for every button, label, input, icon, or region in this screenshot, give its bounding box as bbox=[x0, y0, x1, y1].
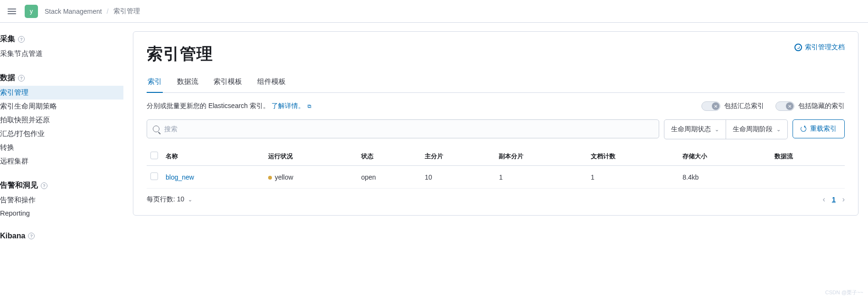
toggle-hidden-indices[interactable]: ✕ bbox=[775, 101, 794, 111]
table-row: blog_new yellow open 10 1 1 8.4kb bbox=[147, 166, 845, 189]
help-icon[interactable]: ? bbox=[28, 233, 35, 239]
docs-link[interactable]: 索引管理文档 bbox=[794, 43, 845, 52]
tab[interactable]: 组件模板 bbox=[256, 77, 287, 93]
search-box[interactable] bbox=[147, 119, 659, 138]
reload-label: 重载索引 bbox=[810, 125, 837, 133]
column-header[interactable]: 状态 bbox=[357, 147, 421, 166]
docs-link-label: 索引管理文档 bbox=[805, 43, 845, 52]
help-icon[interactable]: ? bbox=[18, 75, 25, 82]
toggle-hidden-label: 包括隐藏的索引 bbox=[798, 102, 845, 110]
breadcrumb-root[interactable]: Stack Management bbox=[45, 8, 102, 15]
help-icon[interactable]: ? bbox=[18, 36, 25, 43]
page-title: 索引管理 bbox=[147, 43, 213, 65]
page-number[interactable]: 1 bbox=[832, 196, 836, 203]
breadcrumb: Stack Management / 索引管理 bbox=[45, 7, 140, 16]
health-text: yellow bbox=[275, 173, 293, 181]
chevron-down-icon: ⌄ bbox=[188, 197, 192, 203]
tabs: 索引数据流索引模板组件模板 bbox=[147, 77, 845, 93]
sidebar-item[interactable]: 汇总/打包作业 bbox=[0, 127, 123, 141]
column-header[interactable]: 文档计数 bbox=[587, 147, 679, 166]
toggle-rollup-indices[interactable]: ✕ bbox=[701, 101, 720, 111]
description: 分别或批量更新您的 Elasticsearch 索引。 了解详情。 ⧉ bbox=[147, 102, 311, 110]
docs-cell: 1 bbox=[587, 166, 679, 189]
sidebar-item[interactable]: Reporting bbox=[0, 207, 123, 219]
indices-table: 名称运行状况状态主分片副本分片文档计数存储大小数据流 blog_new yell… bbox=[147, 147, 845, 189]
primary-cell: 10 bbox=[421, 166, 495, 189]
reload-button[interactable]: 重载索引 bbox=[793, 119, 845, 138]
replica-cell: 1 bbox=[495, 166, 587, 189]
size-cell: 8.4kb bbox=[679, 166, 770, 189]
select-all-checkbox[interactable] bbox=[150, 152, 158, 159]
search-input[interactable] bbox=[164, 125, 653, 133]
sidebar-heading: 数据? bbox=[0, 71, 123, 86]
desc-text: 分别或批量更新您的 Elasticsearch 索引。 bbox=[147, 102, 270, 109]
filter-lifecycle-status[interactable]: 生命周期状态 ⌄ bbox=[664, 120, 726, 139]
reload-icon bbox=[801, 126, 806, 132]
breadcrumb-sep: / bbox=[107, 8, 109, 15]
sidebar-heading: 告警和洞见? bbox=[0, 179, 123, 193]
menu-toggle[interactable] bbox=[6, 7, 18, 16]
sidebar: 采集?采集节点管道数据?索引管理索引生命周期策略拍取快照并还原汇总/打包作业转换… bbox=[0, 23, 123, 263]
sidebar-item[interactable]: 拍取快照并还原 bbox=[0, 113, 123, 127]
chevron-down-icon: ⌄ bbox=[776, 127, 781, 133]
sidebar-item[interactable]: 转换 bbox=[0, 141, 123, 154]
status-cell: open bbox=[357, 166, 421, 189]
rows-per-page[interactable]: 每页行数: 10 ⌄ bbox=[147, 195, 192, 204]
filter1-label: 生命周期状态 bbox=[671, 125, 711, 134]
search-icon bbox=[153, 126, 159, 132]
rows-label: 每页行数: 10 bbox=[147, 195, 184, 204]
column-header[interactable]: 存储大小 bbox=[679, 147, 770, 166]
next-page[interactable]: › bbox=[842, 195, 845, 204]
tab[interactable]: 索引模板 bbox=[213, 77, 243, 93]
column-header[interactable]: 运行状况 bbox=[264, 147, 357, 166]
sidebar-item[interactable]: 索引管理 bbox=[0, 86, 123, 100]
column-header[interactable]: 副本分片 bbox=[495, 147, 587, 166]
health-dot-icon bbox=[268, 176, 272, 180]
filter2-label: 生命周期阶段 bbox=[733, 125, 773, 134]
sidebar-item[interactable]: 远程集群 bbox=[0, 154, 123, 168]
stream-cell bbox=[771, 166, 845, 189]
sidebar-heading: Kibana? bbox=[0, 230, 123, 243]
tab[interactable]: 索引 bbox=[147, 77, 163, 93]
tab[interactable]: 数据流 bbox=[176, 77, 199, 93]
external-link-icon: ⧉ bbox=[308, 103, 311, 109]
index-name-link[interactable]: blog_new bbox=[166, 173, 194, 181]
column-header[interactable]: 主分片 bbox=[421, 147, 495, 166]
filter-lifecycle-phase[interactable]: 生命周期阶段 ⌄ bbox=[726, 120, 787, 139]
toggle-rollup-label: 包括汇总索引 bbox=[724, 102, 764, 110]
breadcrumb-current: 索引管理 bbox=[113, 7, 140, 16]
help-icon[interactable]: ? bbox=[41, 182, 47, 189]
row-checkbox[interactable] bbox=[150, 172, 158, 180]
app-logo[interactable]: y bbox=[25, 5, 38, 18]
chevron-down-icon: ⌄ bbox=[715, 127, 719, 133]
sidebar-item[interactable]: 采集节点管道 bbox=[0, 47, 123, 61]
sidebar-heading: 采集? bbox=[0, 32, 123, 47]
prev-page[interactable]: ‹ bbox=[823, 195, 825, 204]
learn-more-link[interactable]: 了解详情。 bbox=[271, 102, 305, 109]
sidebar-item[interactable]: 索引生命周期策略 bbox=[0, 100, 123, 113]
sidebar-item[interactable]: 告警和操作 bbox=[0, 193, 123, 207]
column-header[interactable]: 数据流 bbox=[771, 147, 845, 166]
help-ring-icon bbox=[794, 44, 802, 51]
column-header[interactable]: 名称 bbox=[162, 147, 264, 166]
